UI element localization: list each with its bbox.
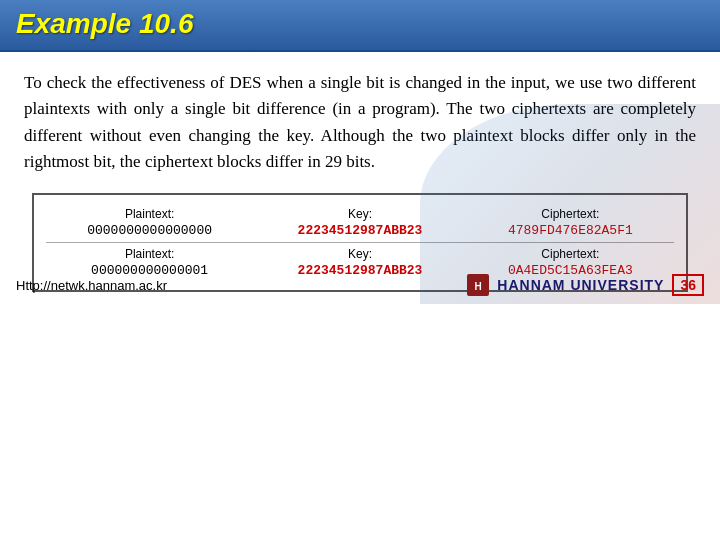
title-bar: Example 10.6: [0, 0, 720, 52]
page-title: Example 10.6: [16, 8, 193, 39]
plaintext-value-1: 0000000000000000: [46, 223, 253, 238]
page-wrapper: Example 10.6 To check the effectiveness …: [0, 0, 720, 304]
university-name: HANNAM UNIVERSITY: [497, 277, 664, 293]
plaintext-label-2: Plaintext:: [46, 247, 253, 261]
svg-text:H: H: [475, 281, 482, 292]
plaintext-label-1: Plaintext:: [46, 207, 253, 221]
footer-right: H HANNAM UNIVERSITY 36: [467, 274, 704, 296]
footer: Http://netwk.hannam.ac.kr H HANNAM UNIVE…: [0, 274, 720, 296]
page-number: 36: [672, 274, 704, 296]
plaintext-col-1: Plaintext: 0000000000000000: [46, 207, 253, 238]
university-logo: H: [467, 274, 489, 296]
footer-url: Http://netwk.hannam.ac.kr: [16, 278, 167, 293]
